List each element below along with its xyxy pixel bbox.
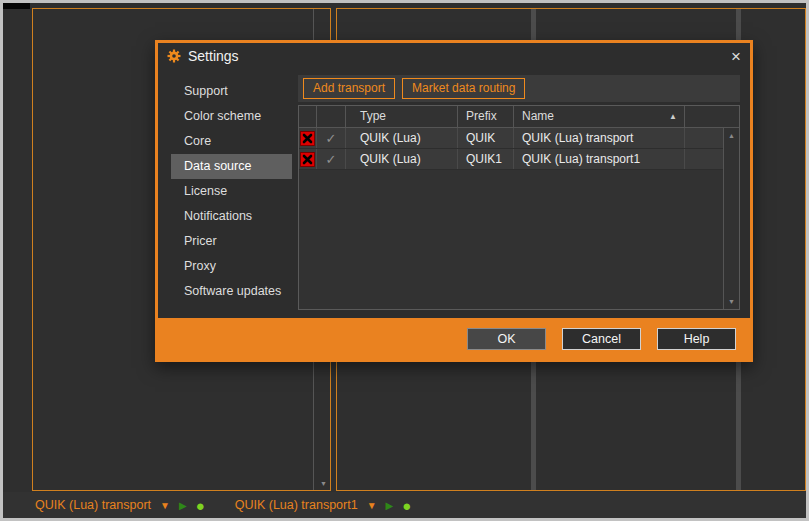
header-prefix[interactable]: Prefix [458, 106, 514, 127]
ok-button[interactable]: OK [467, 328, 546, 350]
header-type[interactable]: Type [346, 106, 458, 127]
sidebar-item-data-source[interactable]: Data source [171, 154, 292, 179]
enabled-checkbox[interactable]: ✓ [317, 128, 346, 148]
sidebar-item-color-scheme[interactable]: Color scheme [171, 104, 292, 129]
status-dot-icon: ● [402, 498, 411, 513]
scroll-down-icon[interactable]: ▼ [728, 298, 735, 305]
play-icon: ▶ [179, 500, 187, 511]
cell-type: QUIK (Lua) [346, 128, 458, 148]
table-rows: ✓ QUIK (Lua) QUIK QUIK (Lua) transport [299, 128, 723, 309]
cell-prefix: QUIK1 [458, 149, 514, 169]
play-icon: ▶ [386, 500, 394, 511]
delete-transport-button[interactable] [300, 131, 315, 146]
table-row[interactable]: ✓ QUIK (Lua) QUIK1 QUIK (Lua) transport1 [299, 149, 723, 170]
transport-status-bar: QUIK (Lua) transport ▼ ▶ ● QUIK (Lua) tr… [3, 492, 806, 518]
app-window: ▼ QUIK (Lua) transport ▼ ▶ ● QUIK (Lua) … [0, 0, 809, 521]
close-icon[interactable]: × [731, 48, 741, 65]
cell-type: QUIK (Lua) [346, 149, 458, 169]
sidebar-item-proxy[interactable]: Proxy [171, 254, 292, 279]
dialog-body: Support Color scheme Core Data source Li… [158, 69, 750, 318]
header-delete-column [299, 106, 317, 127]
sidebar-item-support[interactable]: Support [171, 79, 292, 104]
cell-delete [299, 149, 317, 169]
scroll-down-icon[interactable]: ▼ [320, 480, 327, 487]
sidebar-item-software-updates[interactable]: Software updates [171, 279, 292, 304]
transport-status-item[interactable]: QUIK (Lua) transport ▼ ▶ ● [35, 498, 205, 513]
header-extra-column [685, 106, 739, 127]
settings-dialog: Settings × Support Color scheme Core Dat… [155, 40, 753, 362]
enabled-checkbox[interactable]: ✓ [317, 149, 346, 169]
status-dot-icon: ● [196, 498, 205, 513]
sidebar-item-pricer[interactable]: Pricer [171, 229, 292, 254]
chevron-down-icon[interactable]: ▼ [367, 500, 377, 511]
cell-extra [685, 149, 723, 169]
settings-sidebar: Support Color scheme Core Data source Li… [158, 69, 298, 318]
cell-name: QUIK (Lua) transport1 [514, 149, 685, 169]
help-button[interactable]: Help [657, 328, 736, 350]
chevron-down-icon[interactable]: ▼ [160, 500, 170, 511]
transport-name-label: QUIK (Lua) transport [35, 498, 151, 512]
dialog-footer: OK Cancel Help [158, 318, 750, 359]
sidebar-item-core[interactable]: Core [171, 129, 292, 154]
table-scrollbar[interactable]: ▲ ▼ [723, 128, 739, 309]
data-source-page: Add transport Market data routing Type P… [298, 69, 750, 318]
header-name[interactable]: Name ▲ [514, 106, 685, 127]
transports-table: Type Prefix Name ▲ [298, 105, 740, 310]
dialog-titlebar[interactable]: Settings × [158, 43, 750, 69]
cell-delete [299, 128, 317, 148]
table-body: ✓ QUIK (Lua) QUIK QUIK (Lua) transport [299, 128, 739, 309]
gear-icon [167, 49, 181, 63]
check-icon: ✓ [326, 153, 337, 166]
scroll-up-icon[interactable]: ▲ [728, 132, 735, 139]
transport-name-label: QUIK (Lua) transport1 [235, 498, 358, 512]
cell-extra [685, 128, 723, 148]
check-icon: ✓ [326, 132, 337, 145]
table-row[interactable]: ✓ QUIK (Lua) QUIK QUIK (Lua) transport [299, 128, 723, 149]
table-empty-area [299, 170, 723, 309]
cell-prefix: QUIK [458, 128, 514, 148]
table-header: Type Prefix Name ▲ [299, 106, 739, 128]
transport-status-item[interactable]: QUIK (Lua) transport1 ▼ ▶ ● [235, 498, 412, 513]
transport-toolbar: Add transport Market data routing [298, 75, 740, 102]
cancel-button[interactable]: Cancel [562, 328, 641, 350]
sort-ascending-icon: ▲ [669, 113, 677, 121]
sidebar-item-license[interactable]: License [171, 179, 292, 204]
delete-transport-button[interactable] [300, 152, 315, 167]
add-transport-button[interactable]: Add transport [303, 78, 395, 99]
cell-name: QUIK (Lua) transport [514, 128, 685, 148]
header-enabled-column [317, 106, 346, 127]
header-name-label: Name [522, 109, 554, 123]
market-data-routing-button[interactable]: Market data routing [402, 78, 525, 99]
dialog-title: Settings [188, 48, 239, 64]
sidebar-item-notifications[interactable]: Notifications [171, 204, 292, 229]
window-top-chip [3, 3, 30, 9]
